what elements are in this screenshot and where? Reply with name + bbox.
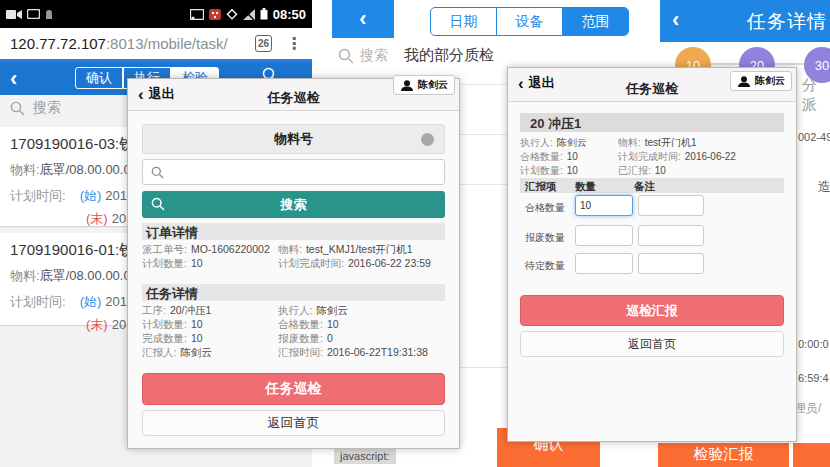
detail-row: 计划数量:10 计划完成时间:2016-06-22 23:59 — [142, 257, 445, 269]
url-text[interactable]: 120.77.72.107:8013/mobile/task/ — [10, 35, 255, 52]
report-row-scrap: 报废数量 — [520, 225, 784, 248]
report-table-header: 汇报项 数量 备注 — [520, 178, 784, 193]
detail-row: 执行人:陈剑云 物料:test开门机1 — [520, 136, 784, 147]
pending-note-input[interactable] — [638, 253, 704, 274]
android-status-bar: 08:50 — [0, 0, 312, 28]
detail-row: 工序:20/冲压1 执行人:陈剑云 — [142, 304, 445, 316]
truncated-order-number: 002-49 — [798, 131, 830, 143]
detail-cell: 执行人:陈剑云 — [278, 304, 445, 316]
task-inspection-dialog: ‹退出 任务巡检 陈剑云 物料号 搜索 订单详情 派工单号:MO-1606220… — [127, 78, 460, 449]
material-number-button[interactable]: 物料号 — [142, 124, 445, 154]
detail-cell: 计划数量:10 — [520, 164, 618, 175]
cropped-orange-button[interactable] — [793, 443, 830, 467]
order-detail-section-title: 订单详情 — [142, 223, 445, 240]
app-red-icon — [209, 9, 221, 20]
browser-url-bar[interactable]: 120.77.72.107:8013/mobile/task/ 26 ⋮ — [0, 28, 312, 59]
detail-cell: 完成数量:10 — [142, 332, 278, 344]
filter-search-row[interactable]: 搜索 我的部分质检 — [338, 46, 494, 65]
back-chevron-icon[interactable]: ‹ — [672, 9, 679, 31]
detail-row: 汇报人:陈剑云 汇报时间:2016-06-22T19:31:38 — [142, 346, 445, 358]
detail-cell: 汇报时间:2016-06-22T19:31:38 — [278, 346, 445, 358]
qualified-qty-input[interactable] — [575, 195, 633, 216]
truncated-time: 6:59:4 — [798, 372, 829, 384]
segment-scope[interactable]: 范围 — [563, 8, 628, 35]
vpn-icon — [226, 8, 238, 20]
detail-row: 计划数量:10 合格数量:10 — [142, 318, 445, 330]
window-icon — [27, 9, 40, 19]
material-search-input[interactable] — [142, 159, 445, 185]
step-caption: 分派 — [802, 76, 830, 114]
signal-icon — [243, 9, 255, 20]
segment-date[interactable]: 日期 — [431, 8, 497, 35]
detail-cell: 合格数量:10 — [520, 150, 618, 161]
detail-row: 派工单号:MO-1606220002 物料:test_KMJ1/test开门机1 — [142, 243, 445, 255]
report-row-pending: 待定数量 — [520, 253, 784, 276]
detail-cell: 计划数量:10 — [142, 257, 278, 269]
detail-cell: 工序:20/冲压1 — [142, 304, 278, 316]
search-placeholder: 搜索 — [360, 47, 388, 65]
dialog-header: ‹退出 任务巡检 陈剑云 — [128, 79, 459, 111]
search-icon — [338, 48, 354, 64]
pending-qty-input[interactable] — [575, 253, 633, 274]
detail-cell: 派工单号:MO-1606220002 — [142, 243, 278, 255]
inspection-report-button[interactable]: 巡检汇报 — [520, 295, 784, 326]
user-icon — [400, 80, 414, 91]
detail-row: 完成数量:10 报废数量:0 — [142, 332, 445, 344]
link-status-tooltip: javascript: — [334, 448, 396, 464]
notification-icon — [45, 9, 53, 19]
screenshot-collage: 08:50 120.77.72.107:8013/mobile/task/ 26… — [0, 0, 830, 467]
search-placeholder: 搜索 — [33, 99, 61, 117]
filter-option-label[interactable]: 我的部分质检 — [404, 46, 494, 65]
segmented-control: 日期 设备 范围 — [430, 7, 629, 36]
back-chevron-icon: ‹ — [359, 8, 366, 30]
scrap-note-input[interactable] — [638, 225, 704, 246]
detail-cell: 已汇报:10 — [618, 164, 784, 175]
detail-cell: 计划完成时间:2016-06-22 23:59 — [278, 257, 445, 269]
detail-cell: 汇报人:陈剑云 — [142, 346, 278, 358]
detail-cell: 物料:test_KMJ1/test开门机1 — [278, 243, 445, 255]
search-icon — [151, 197, 165, 211]
battery-icon — [260, 8, 268, 20]
cast-icon — [190, 9, 204, 20]
scrap-qty-input[interactable] — [575, 225, 633, 246]
dialog-header: ‹退出 任务巡检 陈剑云 — [508, 68, 796, 102]
browser-menu-icon[interactable]: ⋮ — [286, 36, 302, 52]
detail-cell: 物料:test开门机1 — [618, 136, 784, 147]
user-chip[interactable]: 陈剑云 — [393, 75, 455, 95]
detail-cell: 报废数量:0 — [278, 332, 445, 344]
segment-device[interactable]: 设备 — [497, 8, 563, 35]
search-button[interactable]: 搜索 — [142, 191, 445, 218]
tab-count-badge[interactable]: 26 — [255, 35, 272, 52]
inspection-report-button[interactable]: 检验汇报 — [658, 443, 789, 467]
user-chip[interactable]: 陈剑云 — [730, 71, 792, 91]
truncated-time: 0:00:0 — [798, 338, 829, 350]
report-row-qualified: 合格数量 — [520, 195, 784, 218]
page-title: 任务详情 — [747, 9, 827, 35]
status-dot — [421, 133, 434, 146]
search-icon — [10, 101, 25, 116]
detail-cell: 计划完成时间:2016-06-22 — [618, 150, 784, 161]
back-button[interactable]: ‹ — [332, 0, 394, 38]
back-chevron-icon[interactable]: ‹ — [10, 68, 17, 90]
detail-cell: 计划数量:10 — [142, 318, 278, 330]
task-detail-section-title: 任务详情 — [142, 284, 445, 301]
process-section-title: 20 冲压1 — [520, 113, 784, 132]
detail-row: 计划数量:10 已汇报:10 — [520, 164, 784, 175]
truncated-user-text: 理员/ — [794, 400, 821, 417]
video-icon — [6, 9, 22, 20]
detail-row: 合格数量:10 计划完成时间:2016-06-22 — [520, 150, 784, 161]
truncated-text: 造 — [818, 178, 830, 196]
qualified-note-input[interactable] — [638, 195, 704, 216]
back-home-button[interactable]: 返回首页 — [520, 331, 784, 357]
task-inspection-button[interactable]: 任务巡检 — [142, 373, 445, 405]
tab-confirm[interactable]: 确认 — [75, 67, 123, 89]
detail-cell: 执行人:陈剑云 — [520, 136, 618, 147]
user-icon — [737, 76, 751, 87]
inspection-report-dialog: ‹退出 任务巡检 陈剑云 20 冲压1 执行人:陈剑云 物料:test开门机1 … — [507, 67, 797, 442]
detail-cell: 合格数量:10 — [278, 318, 445, 330]
status-time: 08:50 — [273, 7, 306, 22]
search-icon — [151, 166, 164, 179]
back-home-button[interactable]: 返回首页 — [142, 410, 445, 436]
